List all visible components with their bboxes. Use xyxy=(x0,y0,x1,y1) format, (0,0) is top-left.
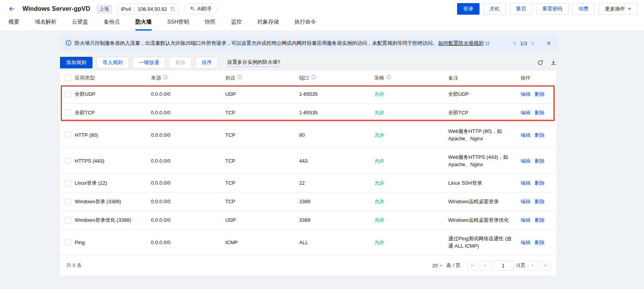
region-badge: 上海 xyxy=(96,5,112,14)
prev-page-icon[interactable] xyxy=(480,260,490,270)
row-checkbox-cell xyxy=(60,132,75,138)
download-icon[interactable] xyxy=(550,60,557,66)
delete-link[interactable]: 删除 xyxy=(534,90,545,98)
banner-close-icon[interactable] xyxy=(546,41,551,46)
edit-link[interactable]: 编辑 xyxy=(521,198,531,205)
cell-port: 80 xyxy=(299,126,374,144)
login-button[interactable]: 登录 xyxy=(457,3,480,15)
edit-link[interactable]: 编辑 xyxy=(521,239,531,246)
delete-link[interactable]: 删除 xyxy=(534,216,545,224)
reset-password-button[interactable]: 重置密码 xyxy=(536,3,569,15)
cell-remark: Linux SSH登录 xyxy=(448,174,521,192)
cell-policy: 允许 xyxy=(374,211,448,229)
tab-object-storage[interactable]: 对象存储 xyxy=(257,18,279,31)
content-area: 防火墙只控制服务器的入流量，出流量默认允许除25端口外所有请求，可以设置允许或拒… xyxy=(0,31,644,289)
edit-link[interactable]: 编辑 xyxy=(521,131,531,139)
import-rule-button[interactable]: 导入规则 xyxy=(96,57,129,68)
delete-link[interactable]: 删除 xyxy=(534,109,545,116)
row-checkbox[interactable] xyxy=(65,180,71,186)
first-page-icon[interactable] xyxy=(468,260,478,270)
instance-action-buttons: 登录 关机 重启 重置密码 续费 更多操作 xyxy=(457,3,638,15)
info-circle-icon[interactable] xyxy=(386,74,391,82)
banner-next-icon[interactable] xyxy=(530,41,535,46)
cell-remark: Web服务HTTP (80)，如 Apache、Nginx xyxy=(448,122,521,148)
cell-source: 0.0.0.0/0 xyxy=(151,104,225,122)
cell-policy: 允许 xyxy=(374,233,448,252)
table-row: HTTP (80) 0.0.0.0/0 TCP 80 允许 Web服务HTTP … xyxy=(60,122,557,148)
delete-link[interactable]: 删除 xyxy=(534,157,545,165)
copy-icon[interactable] xyxy=(170,6,175,12)
ai-assistant-button[interactable]: AI助手 xyxy=(184,3,217,14)
cell-port: 1-65535 xyxy=(299,104,374,122)
edit-link[interactable]: 编辑 xyxy=(521,90,531,98)
tab-ssh-key[interactable]: SSH密钥 xyxy=(167,18,189,31)
tab-dns[interactable]: 域名解析 xyxy=(35,18,57,31)
cell-remark: 全部UDP xyxy=(448,85,521,103)
cell-remark: Web服务HTTPS (443)，如 Apache、Nginx xyxy=(448,148,521,173)
header-checkbox-cell xyxy=(60,75,75,81)
tab-snapshot[interactable]: 快照 xyxy=(205,18,216,31)
firewall-help-link[interactable]: 如何配置防火墙规则 xyxy=(438,40,483,47)
delete-rules-button[interactable]: 删除 xyxy=(169,57,192,68)
add-rule-button[interactable]: 添加规则 xyxy=(60,57,92,68)
more-actions-label: 更多操作 xyxy=(605,5,625,12)
edit-link[interactable]: 编辑 xyxy=(521,216,531,224)
table-footer: 共 8 条 20 条 / 页 1 /1页 xyxy=(60,255,557,275)
last-page-icon[interactable] xyxy=(540,260,550,270)
row-checkbox[interactable] xyxy=(65,110,71,116)
delete-link[interactable]: 删除 xyxy=(534,198,545,205)
row-checkbox[interactable] xyxy=(65,199,71,205)
refresh-icon[interactable] xyxy=(537,60,543,66)
page-number-input[interactable]: 1 xyxy=(492,260,514,270)
tab-monitor[interactable]: 监控 xyxy=(231,18,242,31)
row-checkbox[interactable] xyxy=(65,217,71,223)
more-actions-button[interactable]: 更多操作 xyxy=(599,3,638,15)
col-protocol: 协议 xyxy=(225,74,235,82)
edit-link[interactable]: 编辑 xyxy=(521,157,531,165)
cell-source: 0.0.0.0/0 xyxy=(151,192,225,211)
cell-source: 0.0.0.0/0 xyxy=(151,152,225,170)
row-checkbox[interactable] xyxy=(65,239,71,245)
tab-backup-point[interactable]: 备份点 xyxy=(104,18,120,31)
tab-cloud-disk[interactable]: 云硬盘 xyxy=(72,18,88,31)
top-header: Windows Server-gpVD 上海 IPv4 | 106.54.50.… xyxy=(0,0,644,18)
info-circle-icon[interactable] xyxy=(311,74,316,82)
back-arrow-icon[interactable] xyxy=(8,5,16,13)
sort-button[interactable]: 排序 xyxy=(195,57,218,68)
row-checkbox[interactable] xyxy=(65,158,71,164)
open-all-ports-button[interactable]: 一键放通 xyxy=(133,57,165,68)
cell-protocol: TCP xyxy=(225,126,299,144)
tab-overview[interactable]: 概要 xyxy=(9,18,19,31)
renew-button[interactable]: 续费 xyxy=(572,3,595,15)
table-row: Ping 0.0.0.0/0 ICMP ALL 允许 通过Ping测试网络连通性… xyxy=(60,230,557,255)
cell-source: 0.0.0.0/0 xyxy=(151,126,225,144)
page-title: Windows Server-gpVD xyxy=(22,5,90,12)
delete-link[interactable]: 删除 xyxy=(534,179,545,187)
info-circle-icon[interactable] xyxy=(163,74,168,82)
row-checkbox[interactable] xyxy=(65,91,71,97)
shutdown-button[interactable]: 关机 xyxy=(483,3,506,15)
edit-link[interactable]: 编辑 xyxy=(521,109,531,116)
tab-run-command[interactable]: 执行命令 xyxy=(295,18,316,31)
next-page-icon[interactable] xyxy=(528,260,538,270)
delete-link[interactable]: 删除 xyxy=(534,131,545,139)
page-size-select[interactable]: 20 xyxy=(432,263,443,269)
cell-policy: 允许 xyxy=(374,174,448,192)
row-checkbox[interactable] xyxy=(65,132,71,138)
cell-remark: 通过Ping测试网络连通性 (放通 ALL ICMP) xyxy=(448,230,521,255)
ip-label: IPv4 xyxy=(121,6,131,12)
tab-firewall[interactable]: 防火墙 xyxy=(135,18,152,31)
edit-link[interactable]: 编辑 xyxy=(521,179,531,187)
cell-remark: Windows远程桌面登录优化 xyxy=(448,211,521,229)
restart-button[interactable]: 重启 xyxy=(510,3,532,15)
info-circle-icon[interactable] xyxy=(237,74,242,82)
delete-link[interactable]: 删除 xyxy=(534,239,545,246)
chevron-down-icon xyxy=(439,263,443,269)
col-remark: 备注 xyxy=(448,74,458,82)
external-link-icon[interactable] xyxy=(485,41,490,46)
banner-prev-icon[interactable] xyxy=(512,41,517,46)
multi-instance-firewall-link[interactable]: 设置多台实例的防火墙? xyxy=(227,59,280,67)
select-all-checkbox[interactable] xyxy=(65,75,71,81)
table-header-row: 应用类型 来源 协议 端口 策略 备注 操作 xyxy=(60,71,557,85)
col-policy: 策略 xyxy=(374,74,384,82)
